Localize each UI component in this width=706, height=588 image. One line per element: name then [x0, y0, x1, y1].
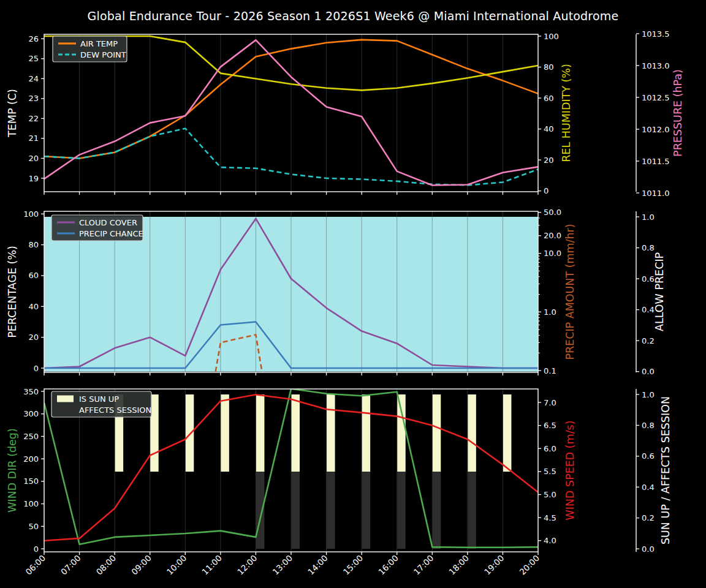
- tick-label: 0.2: [642, 513, 655, 522]
- bar-affects-session: [468, 472, 476, 549]
- bar-is-sun-up: [186, 394, 194, 472]
- tick-label: 100: [23, 209, 39, 219]
- tick-label: 0.8: [642, 243, 655, 252]
- x-tick-label: 08:00: [94, 553, 118, 577]
- tick-label: 50.0: [544, 208, 561, 217]
- tick-label: 19: [28, 174, 39, 183]
- tick-label: 0: [34, 545, 39, 554]
- legend-label: PRECIP CHANCE: [79, 229, 143, 238]
- bar-is-sun-up: [433, 394, 441, 472]
- bar-affects-session: [362, 472, 371, 549]
- x-tick-label: 15:00: [341, 553, 365, 577]
- tick-label: 6.5: [544, 421, 556, 430]
- tick-label: 200: [23, 454, 39, 464]
- x-tick-label: 09:00: [129, 553, 153, 577]
- tick-label: 50: [28, 522, 39, 531]
- legend-label: IS SUN UP: [79, 394, 119, 404]
- legend-label: CLOUD COVER: [79, 218, 137, 227]
- tick-label: 100: [23, 499, 39, 508]
- axis-label: PERCENTAGE (%): [6, 246, 18, 338]
- tick-label: 250: [23, 432, 39, 441]
- bar-affects-session: [292, 472, 300, 549]
- weather-charts: 19202122232425260204060801001011.01011.5…: [0, 0, 706, 588]
- tick-label: 1012.0: [642, 125, 670, 134]
- tick-label: 7.0: [544, 398, 556, 407]
- tick-label: 4.0: [544, 536, 556, 545]
- tick-label: 150: [23, 477, 39, 486]
- tick-label: 1.0: [642, 390, 655, 399]
- x-tick-label: 10:00: [165, 553, 189, 577]
- axis-label: SUN UP / AFFECTS SESSION: [659, 396, 672, 545]
- x-tick-label: 19:00: [482, 553, 506, 577]
- tick-label: 25: [28, 54, 39, 63]
- axis-label: REL HUMIDITY (%): [560, 64, 572, 162]
- axis-label: WIND DIR (deg): [6, 428, 18, 513]
- tick-label: 0.0: [642, 545, 655, 554]
- x-tick-label: 17:00: [412, 553, 436, 577]
- tick-label: 80: [544, 62, 554, 72]
- x-tick-label: 07:00: [59, 553, 83, 577]
- legend-swatch: [57, 407, 74, 413]
- tick-label: 40: [28, 302, 39, 311]
- x-tick-label: 14:00: [306, 553, 330, 577]
- legend-label: AIR TEMP: [80, 39, 118, 48]
- tick-label: 80: [28, 240, 39, 249]
- tick-label: 350: [23, 387, 39, 396]
- axis-label: PRECIP AMOUNT (mm/hr): [564, 224, 576, 360]
- tick-label: 24: [28, 74, 39, 83]
- tick-label: 10.0: [544, 249, 561, 258]
- bar-is-sun-up: [256, 394, 265, 472]
- tick-label: 1.0: [544, 307, 556, 317]
- tick-label: 0.4: [642, 305, 655, 314]
- tick-label: 0.4: [642, 483, 655, 492]
- tick-label: 100: [544, 32, 559, 41]
- tick-label: 1013.0: [642, 61, 670, 70]
- bar-affects-session: [397, 472, 406, 549]
- legend-label: AFFECTS SESSION: [79, 405, 151, 415]
- axis-label: TEMP (C): [6, 89, 18, 138]
- tick-label: 4.5: [544, 513, 556, 522]
- legend: AIR TEMPDEW POINT: [53, 36, 127, 62]
- bar-is-sun-up: [503, 394, 512, 472]
- legend: IS SUN UPAFFECTS SESSION: [51, 391, 151, 417]
- tick-label: 40: [544, 124, 554, 134]
- bar-is-sun-up: [221, 394, 229, 472]
- tick-label: 300: [23, 409, 39, 418]
- axis-label: WIND SPEED (m/s): [564, 420, 576, 520]
- tick-label: 0.6: [642, 274, 655, 284]
- tick-label: 20.0: [544, 231, 561, 240]
- tick-label: 0.2: [642, 336, 655, 345]
- x-tick-label: 11:00: [200, 553, 224, 577]
- tick-label: 26: [28, 34, 39, 43]
- x-tick-label: 13:00: [270, 553, 294, 577]
- tick-label: 21: [28, 134, 39, 143]
- tick-label: 0: [544, 186, 548, 195]
- axis-label: PRESSURE (hPa): [672, 69, 684, 157]
- tick-label: 1012.5: [642, 93, 670, 102]
- legend-label: DEW POINT: [80, 50, 126, 59]
- bar-affects-session: [433, 472, 441, 549]
- tick-label: 0.0: [642, 367, 655, 376]
- x-tick-label: 16:00: [376, 553, 400, 577]
- tick-label: 60: [544, 94, 554, 103]
- bar-is-sun-up: [292, 394, 300, 472]
- tick-label: 60: [28, 271, 39, 280]
- panel-temperature-humidity-pressure: 19202122232425260204060801001011.01011.5…: [6, 29, 684, 198]
- legend-swatch: [57, 396, 74, 402]
- tick-label: 23: [28, 94, 39, 103]
- tick-label: 22: [28, 114, 39, 123]
- tick-label: 1013.5: [642, 29, 670, 39]
- tick-label: 1011.5: [642, 157, 670, 166]
- bar-is-sun-up: [468, 394, 476, 472]
- tick-label: 0.1: [544, 366, 556, 375]
- tick-label: 1011.0: [642, 189, 670, 198]
- tick-label: 0: [34, 364, 39, 373]
- panel-wind-sun-session: 0501001502002503003504.04.55.05.56.06.57…: [6, 387, 672, 577]
- tick-label: 5.5: [544, 467, 556, 476]
- x-tick-label: 06:00: [23, 553, 47, 577]
- bar-affects-session: [256, 472, 265, 549]
- bar-is-sun-up: [327, 394, 335, 472]
- weather-forecast-figure: Global Endurance Tour - 2026 Season 1 20…: [0, 0, 706, 588]
- tick-label: 1.0: [642, 213, 655, 222]
- tick-label: 20: [544, 156, 554, 165]
